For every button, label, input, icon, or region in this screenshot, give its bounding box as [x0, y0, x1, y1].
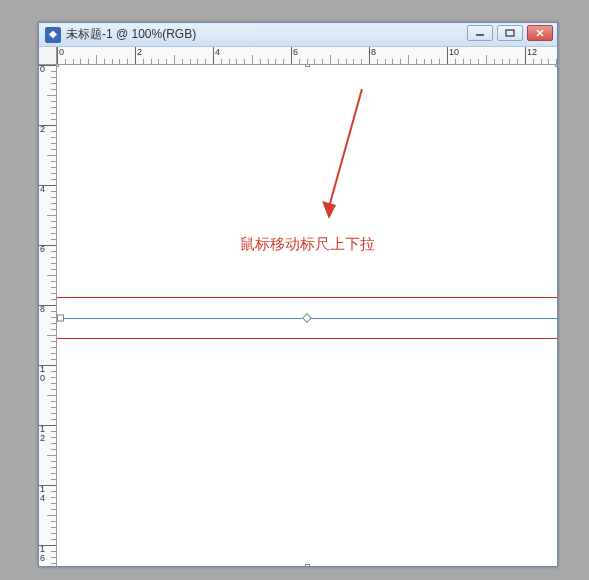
ruler-h-label: 10 — [449, 47, 459, 57]
selection-handle-center[interactable] — [302, 313, 312, 323]
ruler-h-label: 12 — [527, 47, 537, 57]
titlebar[interactable]: 未标题-1 @ 100%(RGB) — [39, 23, 557, 47]
maximize-button[interactable] — [497, 25, 523, 41]
ruler-v-label: 16 — [40, 545, 50, 563]
ruler-v-label: 6 — [40, 245, 50, 254]
close-button[interactable] — [527, 25, 553, 41]
annotation-text: 鼠标移动标尺上下拉 — [240, 235, 375, 254]
minimize-button[interactable] — [467, 25, 493, 41]
ruler-v-label: 14 — [40, 485, 50, 503]
ruler-origin[interactable] — [39, 47, 57, 65]
ruler-horizontal[interactable]: 024681012 — [57, 47, 557, 65]
ruler-v-label: 8 — [40, 305, 50, 314]
ruler-h-label: 2 — [137, 47, 142, 57]
bounds-handle-tc[interactable] — [305, 65, 310, 67]
app-icon — [45, 27, 61, 43]
bounds-handle-tr[interactable] — [555, 65, 557, 67]
svg-line-2 — [329, 89, 362, 207]
ruler-h-label: 0 — [59, 47, 64, 57]
window-controls — [467, 25, 553, 41]
selection-rectangle[interactable] — [57, 297, 557, 339]
svg-marker-3 — [322, 201, 336, 219]
bounds-handle-bc[interactable] — [305, 564, 310, 566]
ruler-h-label: 6 — [293, 47, 298, 57]
bounds-handle-tl[interactable] — [57, 65, 59, 67]
ruler-h-label: 4 — [215, 47, 220, 57]
ruler-h-label: 8 — [371, 47, 376, 57]
app-window: 未标题-1 @ 100%(RGB) 024681012 024681012141… — [38, 22, 558, 567]
ruler-v-label: 4 — [40, 185, 50, 194]
canvas[interactable]: 鼠标移动标尺上下拉 — [57, 65, 557, 566]
annotation-arrow — [317, 89, 377, 229]
ruler-v-label: 0 — [40, 65, 50, 74]
svg-rect-1 — [506, 30, 514, 36]
ruler-v-label: 10 — [40, 365, 50, 383]
window-title: 未标题-1 @ 100%(RGB) — [66, 26, 196, 43]
ruler-v-label: 12 — [40, 425, 50, 443]
ruler-vertical[interactable]: 024681012141618 — [39, 65, 57, 566]
ruler-v-label: 2 — [40, 125, 50, 134]
